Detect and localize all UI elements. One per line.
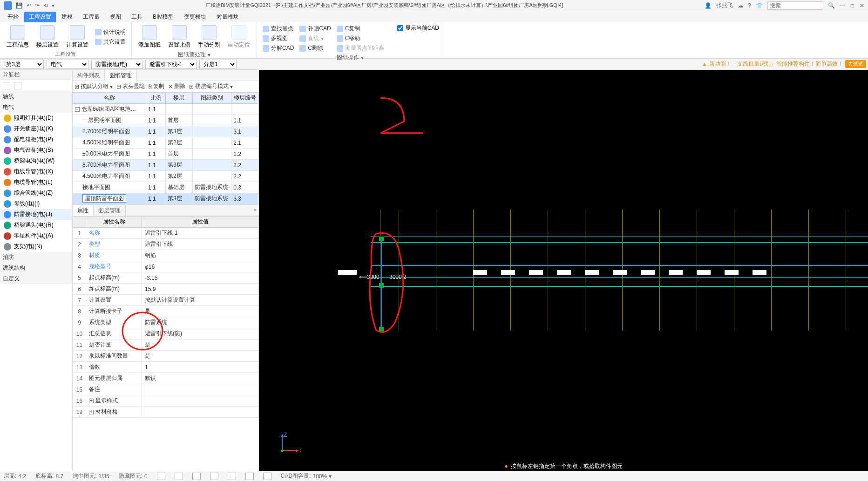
property-row[interactable]: 7计算设置按默认计算设置计算	[73, 295, 258, 306]
btn-c-copy[interactable]: C复制	[335, 24, 386, 33]
property-row[interactable]: 5起点标高(m)-3.15	[73, 272, 258, 284]
btn-manual-split[interactable]: 手动分割	[195, 24, 223, 50]
property-row[interactable]: 12乘以标准间数量是	[73, 351, 258, 362]
tab-tools[interactable]: 工具	[127, 12, 147, 22]
drawing-row[interactable]: 屋顶防雷平面图1:1第3层防雷接地系统3.3	[73, 193, 258, 204]
sb-toggle-6[interactable]	[245, 473, 254, 480]
qat-save-icon[interactable]: 💾	[16, 2, 23, 9]
nav-item[interactable]: 照明灯具(电)(D)	[0, 113, 72, 123]
property-row[interactable]: 14图元楼层归属默认	[73, 373, 258, 384]
chevron-down-icon[interactable]: ▾	[361, 54, 364, 61]
user-avatar-icon[interactable]: 👤	[705, 2, 712, 9]
sb-toggle-3[interactable]	[192, 473, 201, 480]
qat-undo-icon[interactable]: ↶	[27, 2, 31, 9]
tb-copy[interactable]: ⎘复制	[149, 82, 164, 90]
sb-toggle-7[interactable]	[263, 473, 271, 480]
nav-item[interactable]: 电气设备(电)(S)	[0, 145, 72, 156]
tab-drawing-mgmt[interactable]: 图纸管理	[105, 70, 137, 81]
tab-properties[interactable]: 属性	[73, 205, 94, 216]
btn-design-desc[interactable]: 设计说明	[93, 28, 128, 37]
btn-add-drawing[interactable]: 添加图纸	[136, 24, 163, 50]
nav-item[interactable]: 零星构件(电)(A)	[0, 230, 72, 241]
property-row[interactable]: 2类型避雷引下线	[73, 239, 258, 250]
property-row[interactable]: 10汇总信息避雷引下线(防)	[73, 328, 258, 339]
property-row[interactable]: 13倍数1	[73, 362, 258, 373]
close-button[interactable]: ✕	[860, 2, 864, 9]
tab-project-setting[interactable]: 工程设置	[24, 12, 56, 22]
tab-change-module[interactable]: 变更模块	[179, 12, 211, 22]
nav-item[interactable]: 电线导管(电)(X)	[0, 166, 72, 177]
skin-icon[interactable]: 👕	[756, 2, 763, 9]
btn-find-replace[interactable]: 查找替换	[261, 24, 296, 33]
select-floor[interactable]: 第3层	[2, 60, 44, 69]
property-row[interactable]: 3材质钢筋	[73, 250, 258, 261]
nav-tool-1[interactable]	[3, 82, 10, 89]
nav-cat-electrical[interactable]: 电气	[0, 102, 72, 113]
qat-refresh-icon[interactable]: ⟲	[43, 2, 48, 9]
tab-layer-mgmt[interactable]: 图层管理	[94, 205, 126, 216]
search-icon[interactable]: 🔍	[828, 2, 835, 9]
btn-scale[interactable]: 设置比例	[165, 24, 193, 50]
qat-dropdown-icon[interactable]: ▾	[52, 2, 54, 9]
drawing-row[interactable]: 一层照明平面图1:1首层1.1	[73, 115, 258, 126]
viewport[interactable]: ⟸3000 3000 2 X Z	[259, 70, 868, 471]
property-row[interactable]: 19+材料价格	[73, 406, 258, 418]
property-row[interactable]: 6终点标高(m)15.9	[73, 284, 258, 295]
user-name[interactable]: 张燕飞	[716, 1, 733, 9]
property-row[interactable]: 15备注	[73, 384, 258, 395]
tb-group-by[interactable]: ⊞按默认分组▾	[75, 82, 113, 90]
tab-component-list[interactable]: 构件列表	[73, 70, 105, 81]
nav-item[interactable]: 电缆导管(电)(L)	[0, 177, 72, 188]
props-close-icon[interactable]: ×	[253, 207, 257, 213]
th-floor[interactable]: 楼层	[165, 93, 192, 104]
nav-cat-axis[interactable]: 轴线	[0, 91, 72, 102]
maximize-button[interactable]: □	[851, 2, 854, 9]
btn-c-delete[interactable]: C删除	[298, 44, 332, 53]
new-feature-notice[interactable]: ▲ 新功能！「支线批量识别」智能推荐构件！简单高效！ 去试试	[702, 60, 866, 68]
tb-delete[interactable]: ✕删除	[168, 82, 185, 90]
btn-auto-locate[interactable]: 自动定位	[225, 24, 253, 50]
btn-other-setting[interactable]: 其它设置	[93, 38, 128, 47]
chk-show-current-cad[interactable]: 显示当前CAD	[397, 24, 439, 32]
tb-floor-mode[interactable]: ⊞楼层编号模式▾	[189, 82, 233, 90]
nav-item[interactable]: 桥架电沟(电)(W)	[0, 156, 72, 166]
nav-item[interactable]: 开关插座(电)(K)	[0, 123, 72, 134]
nav-item[interactable]: 综合管线(电)(Z)	[0, 188, 72, 198]
btn-multiview[interactable]: 多视图	[261, 34, 296, 43]
property-row[interactable]: 9系统类型防雷系统	[73, 317, 258, 328]
nav-item[interactable]: 支架(电)(N)	[0, 241, 72, 252]
qat-redo-icon[interactable]: ↷	[35, 2, 40, 9]
tab-quantity[interactable]: 工程量	[78, 12, 104, 22]
property-row[interactable]: 11是否计量是	[73, 339, 258, 351]
drawing-row[interactable]: 8.700米照明平面图1:1第3层3.1	[73, 126, 258, 137]
select-discipline[interactable]: 电气	[47, 60, 88, 69]
tab-bim-model[interactable]: BIM模型	[148, 12, 178, 22]
select-component[interactable]: 避雷引下线-1	[145, 60, 197, 69]
tab-modeling[interactable]: 建模	[57, 12, 77, 22]
property-row[interactable]: 4规格型号φ16	[73, 261, 258, 272]
nav-cat-structure[interactable]: 建筑结构	[0, 263, 72, 273]
drawing-row[interactable]: 接地平面图1:1基础层防雷接地系统0.3	[73, 182, 258, 193]
th-scale[interactable]: 比例	[146, 93, 166, 104]
chevron-down-icon[interactable]: ▾	[208, 52, 210, 58]
btn-floor-setting[interactable]: 楼层设置	[34, 24, 61, 50]
nav-tool-2[interactable]	[14, 82, 21, 89]
sb-toggle-5[interactable]	[228, 473, 236, 480]
drawing-row[interactable]: 8.700米电力平面图1:1第3层3.2	[73, 160, 258, 171]
select-category[interactable]: 防雷接地(电)	[91, 60, 142, 69]
nav-item[interactable]: 配电箱柜(电)(P)	[0, 134, 72, 145]
sb-toggle-1[interactable]	[157, 473, 165, 480]
btn-fill-cad[interactable]: 补画CAD	[298, 24, 332, 33]
tb-header-toggle[interactable]: ⊟表头显隐	[116, 82, 145, 90]
nav-item[interactable]: 桥架通头(电)(R)	[0, 220, 72, 230]
minimize-button[interactable]: —	[840, 2, 845, 9]
drawing-row[interactable]: 4.500米电力平面图1:1第2层2.2	[73, 171, 258, 182]
property-row[interactable]: 16+显示样式	[73, 395, 258, 406]
sb-toggle-2[interactable]	[175, 473, 183, 480]
drawing-row[interactable]: ±0.00米电力平面图1:1首层1.2	[73, 149, 258, 160]
tab-start[interactable]: 开始	[3, 12, 23, 22]
nav-item[interactable]: 母线(电)(I)	[0, 198, 72, 209]
help-icon[interactable]: ?	[748, 2, 751, 9]
property-row[interactable]: 1名称避雷引下线-1	[73, 228, 258, 239]
btn-c-move[interactable]: C移动	[335, 34, 386, 43]
